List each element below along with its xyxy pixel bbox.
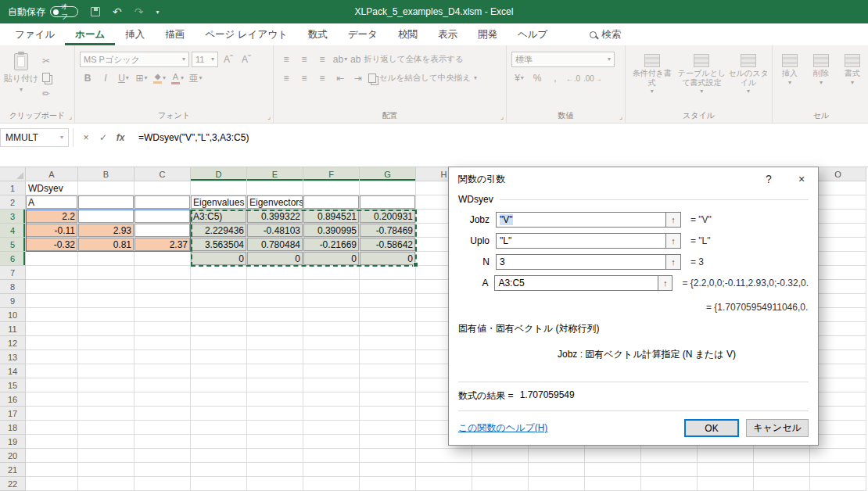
- cell-E13[interactable]: [247, 350, 303, 364]
- cell-O22[interactable]: [810, 477, 866, 491]
- cell-D4[interactable]: 2.229436: [191, 224, 247, 238]
- cell-E17[interactable]: [247, 407, 303, 421]
- n-input[interactable]: 3: [496, 254, 666, 270]
- row-header-3[interactable]: 3: [0, 210, 26, 224]
- tab-help[interactable]: ヘルプ: [508, 23, 558, 45]
- cell-F16[interactable]: [303, 392, 360, 407]
- cell-F11[interactable]: [303, 322, 360, 336]
- cell-F18[interactable]: [303, 421, 360, 435]
- cell-styles-button[interactable]: セルのスタイル ▾: [728, 48, 769, 109]
- cell-I21[interactable]: [472, 463, 529, 477]
- cell-A13[interactable]: [26, 350, 78, 364]
- jobz-input[interactable]: "V": [496, 212, 666, 228]
- cell-E8[interactable]: [247, 280, 303, 294]
- row-header-16[interactable]: 16: [0, 392, 26, 407]
- accounting-format-icon[interactable]: ¥▾: [511, 70, 527, 86]
- tab-developer[interactable]: 開発: [468, 23, 508, 45]
- cell-H20[interactable]: [416, 449, 472, 463]
- row-header-19[interactable]: 19: [0, 435, 26, 449]
- column-header-E[interactable]: E: [247, 167, 303, 181]
- cancel-entry-icon[interactable]: ×: [77, 128, 95, 147]
- cell-A9[interactable]: [26, 294, 78, 308]
- cell-B2[interactable]: [78, 195, 135, 210]
- cell-E5[interactable]: 0.780484: [247, 238, 303, 252]
- row-header-6[interactable]: 6: [0, 252, 26, 266]
- cell-A6[interactable]: [26, 252, 78, 266]
- cell-F19[interactable]: [303, 435, 360, 449]
- tab-formulas[interactable]: 数式: [298, 23, 338, 45]
- cell-G1[interactable]: [360, 181, 416, 195]
- row-header-14[interactable]: 14: [0, 364, 26, 378]
- cell-E2[interactable]: Eigenvectors: [247, 195, 303, 210]
- cell-D22[interactable]: [191, 477, 247, 491]
- tab-file[interactable]: ファイル: [5, 23, 65, 45]
- cell-G4[interactable]: -0.78469: [360, 224, 416, 238]
- undo-icon[interactable]: ↶: [113, 6, 122, 17]
- cell-G3[interactable]: 0.200931: [360, 210, 416, 224]
- row-header-1[interactable]: 1: [0, 181, 26, 195]
- cell-F4[interactable]: 0.390995: [303, 224, 360, 238]
- search-box[interactable]: 検索: [579, 23, 631, 45]
- row-header-13[interactable]: 13: [0, 350, 26, 364]
- cell-B6[interactable]: [78, 252, 135, 266]
- cell-D18[interactable]: [191, 421, 247, 435]
- column-header-D[interactable]: D: [191, 167, 247, 181]
- tab-insert[interactable]: 挿入: [115, 23, 155, 45]
- insert-cells-button[interactable]: 挿入 ▾: [776, 48, 804, 109]
- cell-D17[interactable]: [191, 407, 247, 421]
- cell-D13[interactable]: [191, 350, 247, 364]
- row-header-21[interactable]: 21: [0, 463, 26, 477]
- cell-F2[interactable]: [303, 195, 360, 210]
- bottom-align-icon[interactable]: ≡: [314, 52, 330, 67]
- cell-B4[interactable]: 2.93: [78, 224, 135, 238]
- cell-C19[interactable]: [135, 435, 191, 449]
- cell-G8[interactable]: [360, 280, 416, 294]
- orientation-icon[interactable]: ab▾: [332, 52, 348, 67]
- cell-C22[interactable]: [135, 477, 191, 491]
- cell-B22[interactable]: [78, 477, 135, 491]
- cell-A3[interactable]: 2.2: [26, 210, 78, 224]
- align-center-icon[interactable]: ≡: [296, 70, 312, 86]
- cell-D12[interactable]: [191, 336, 247, 350]
- cell-F9[interactable]: [303, 294, 360, 308]
- cell-B16[interactable]: [78, 392, 135, 407]
- cell-A11[interactable]: [26, 322, 78, 336]
- cell-C2[interactable]: [135, 195, 191, 210]
- cell-D16[interactable]: [191, 392, 247, 407]
- cell-G21[interactable]: [360, 463, 416, 477]
- cell-F14[interactable]: [303, 364, 360, 378]
- cell-F12[interactable]: [303, 336, 360, 350]
- save-icon[interactable]: [91, 7, 100, 16]
- cell-A5[interactable]: -0.32: [26, 238, 78, 252]
- cell-E4[interactable]: -0.48103: [247, 224, 303, 238]
- cell-D14[interactable]: [191, 364, 247, 378]
- cell-A19[interactable]: [26, 435, 78, 449]
- cell-F7[interactable]: [303, 266, 360, 280]
- cell-A21[interactable]: [26, 463, 78, 477]
- cell-K20[interactable]: [585, 449, 641, 463]
- cell-F10[interactable]: [303, 308, 360, 322]
- cell-B13[interactable]: [78, 350, 135, 364]
- cell-G9[interactable]: [360, 294, 416, 308]
- copy-icon[interactable]: [42, 73, 50, 82]
- cell-G11[interactable]: [360, 322, 416, 336]
- cell-A10[interactable]: [26, 308, 78, 322]
- middle-align-icon[interactable]: ≡: [296, 52, 312, 67]
- row-header-7[interactable]: 7: [0, 266, 26, 280]
- cell-B21[interactable]: [78, 463, 135, 477]
- cell-I20[interactable]: [472, 449, 529, 463]
- cell-D8[interactable]: [191, 280, 247, 294]
- cell-N21[interactable]: [754, 463, 810, 477]
- cell-A12[interactable]: [26, 336, 78, 350]
- delete-cells-button[interactable]: 削除 ▾: [807, 48, 835, 109]
- cell-C17[interactable]: [135, 407, 191, 421]
- cell-M20[interactable]: [698, 449, 754, 463]
- cell-G19[interactable]: [360, 435, 416, 449]
- collapse-dialog-icon[interactable]: ↑: [666, 233, 681, 249]
- column-header-C[interactable]: C: [135, 167, 191, 181]
- cell-G10[interactable]: [360, 308, 416, 322]
- conditional-formatting-button[interactable]: 条件付き書式 ▾: [629, 48, 676, 109]
- decrease-decimal-icon[interactable]: .00→: [583, 70, 602, 86]
- cell-G12[interactable]: [360, 336, 416, 350]
- cell-D10[interactable]: [191, 308, 247, 322]
